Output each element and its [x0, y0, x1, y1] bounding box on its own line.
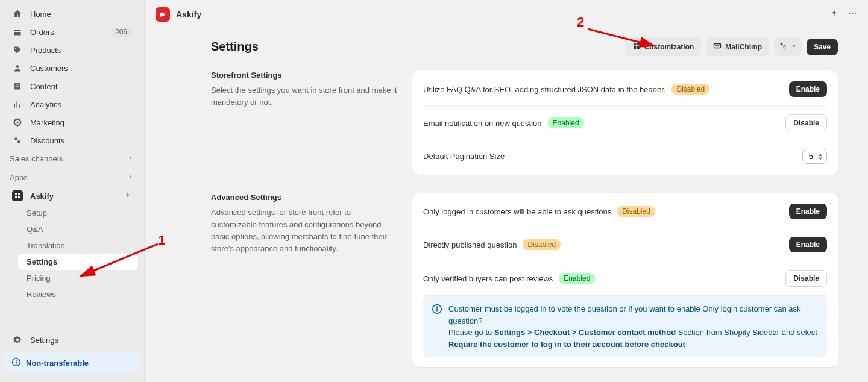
nav-label: Discounts — [30, 136, 64, 145]
nav-label: Settings — [30, 336, 58, 345]
info-box: Customer must be logged in to vote the q… — [423, 296, 827, 357]
svg-point-7 — [849, 13, 850, 14]
annotation-arrow-1 — [74, 241, 164, 283]
row-text: Email notification on new question — [423, 119, 542, 128]
info-icon-small — [11, 357, 21, 369]
row-text: Only logged in customers will be able to… — [423, 207, 611, 216]
apps-header[interactable]: Apps — [0, 168, 144, 187]
section-desc: Advanced settings for store front refer … — [211, 207, 398, 255]
svg-point-9 — [855, 13, 856, 14]
analytics-icon — [12, 99, 23, 110]
disable-button[interactable]: Disable — [785, 114, 827, 131]
chevron-right-icon — [127, 173, 134, 182]
topbar-app-name: Askify — [176, 10, 201, 19]
setting-row: Email notification on new question Enabl… — [423, 106, 827, 140]
sales-channels-header[interactable]: Sales channels — [0, 149, 144, 168]
pin-icon[interactable] — [829, 8, 839, 20]
svg-rect-2 — [15, 196, 17, 198]
chevron-right-icon — [127, 154, 134, 163]
customers-icon — [12, 63, 23, 74]
section-title: Advanced Settings — [211, 193, 398, 202]
translate-icon — [779, 42, 787, 52]
main: Askify Settings Customization MailChimp — [145, 0, 868, 382]
topbar: Askify — [145, 0, 868, 29]
sub-setup[interactable]: Setup — [18, 205, 140, 221]
gear-icon — [12, 334, 23, 345]
home-icon — [12, 8, 23, 19]
stepper-arrows[interactable]: ▲▼ — [818, 152, 823, 161]
discounts-icon — [12, 135, 23, 146]
nav-orders[interactable]: Orders 206 — [4, 23, 140, 41]
orders-icon — [12, 27, 23, 37]
section-label: Apps — [10, 173, 28, 182]
svg-rect-1 — [18, 193, 20, 195]
nav-home[interactable]: Home — [4, 5, 140, 23]
row-text: Default Pagination Size — [423, 152, 505, 161]
pagination-stepper[interactable]: 5 ▲▼ — [802, 149, 827, 164]
nav-label: Home — [30, 10, 51, 19]
non-transfer-label: Non-transferable — [26, 359, 89, 368]
nav-discounts[interactable]: Discounts — [4, 131, 140, 149]
app-askify[interactable]: Askify — [4, 187, 140, 205]
nav-label: Customers — [30, 64, 68, 73]
status-badge: Disabled — [523, 239, 561, 250]
setting-row: Directly published question Disabled Ena… — [423, 228, 827, 261]
nav-customers[interactable]: Customers — [4, 59, 140, 77]
app-label: Askify — [30, 192, 54, 201]
nav-products[interactable]: Products — [4, 41, 140, 59]
section-label: Sales channels — [10, 154, 63, 163]
orders-badge: 206 — [110, 27, 132, 37]
nav-label: Content — [30, 82, 58, 91]
enable-button[interactable]: Enable — [789, 237, 827, 252]
advanced-section: Advanced Settings Advanced settings for … — [211, 193, 838, 367]
nav-analytics[interactable]: Analytics — [4, 95, 140, 113]
enable-button[interactable]: Enable — [789, 204, 827, 219]
non-transferable-badge[interactable]: Non-transferable — [5, 352, 139, 374]
status-badge: Disabled — [617, 206, 655, 217]
nav-label: Analytics — [30, 100, 61, 109]
translate-button[interactable] — [774, 37, 802, 56]
sub-qa[interactable]: Q&A — [18, 221, 140, 237]
storefront-section: Storefront Settings Select the settings … — [211, 70, 838, 175]
products-icon — [12, 45, 23, 55]
row-text: Only verified buyers can post reviews — [423, 274, 553, 283]
sub-reviews[interactable]: Reviews — [18, 286, 140, 302]
more-icon[interactable] — [848, 8, 857, 20]
nav-label: Products — [30, 46, 61, 55]
info-text: Customer must be logged in to vote the q… — [448, 303, 819, 350]
setting-row: Only verified buyers can post reviews En… — [423, 261, 827, 296]
info-icon — [432, 304, 442, 350]
svg-rect-3 — [18, 196, 20, 198]
annotation-arrow-2 — [585, 24, 663, 52]
sidebar: Home Orders 206 Products Customers Conte… — [0, 0, 145, 382]
pagination-row: Default Pagination Size 5 ▲▼ — [423, 140, 827, 172]
enable-button[interactable]: Enable — [789, 81, 827, 97]
disable-button[interactable]: Disable — [785, 270, 827, 287]
svg-line-19 — [588, 29, 654, 46]
nav-settings[interactable]: Settings — [4, 331, 140, 349]
askify-logo — [156, 7, 170, 22]
chevron-down-icon — [791, 43, 797, 51]
pin-icon[interactable] — [124, 191, 132, 201]
mailchimp-button[interactable]: MailChimp — [706, 37, 769, 56]
save-button[interactable]: Save — [807, 39, 838, 55]
setting-row: Utilize FAQ Q&A for SEO, adding structur… — [423, 73, 827, 106]
nav-content[interactable]: Content — [4, 77, 140, 95]
row-text: Directly published question — [423, 240, 517, 249]
advanced-card: Only logged in customers will be able to… — [412, 193, 838, 367]
page-title: Settings — [211, 40, 259, 54]
setting-row: Only logged in customers will be able to… — [423, 195, 827, 228]
storefront-card: Utilize FAQ Q&A for SEO, adding structur… — [412, 70, 838, 175]
svg-point-8 — [852, 13, 853, 14]
row-text: Utilize FAQ Q&A for SEO, adding structur… — [423, 85, 665, 94]
page-header: Settings Customization MailChimp Save — [211, 37, 838, 56]
nav-marketing[interactable]: Marketing — [4, 113, 140, 131]
svg-point-6 — [16, 360, 17, 360]
status-badge: Disabled — [671, 84, 709, 95]
status-badge: Enabled — [548, 117, 584, 128]
mail-icon — [713, 42, 722, 52]
annotation-2: 2 — [577, 14, 584, 30]
annotation-1: 1 — [158, 233, 165, 248]
section-desc: Select the settings you want in store fr… — [211, 84, 398, 108]
nav-label: Marketing — [30, 118, 64, 127]
